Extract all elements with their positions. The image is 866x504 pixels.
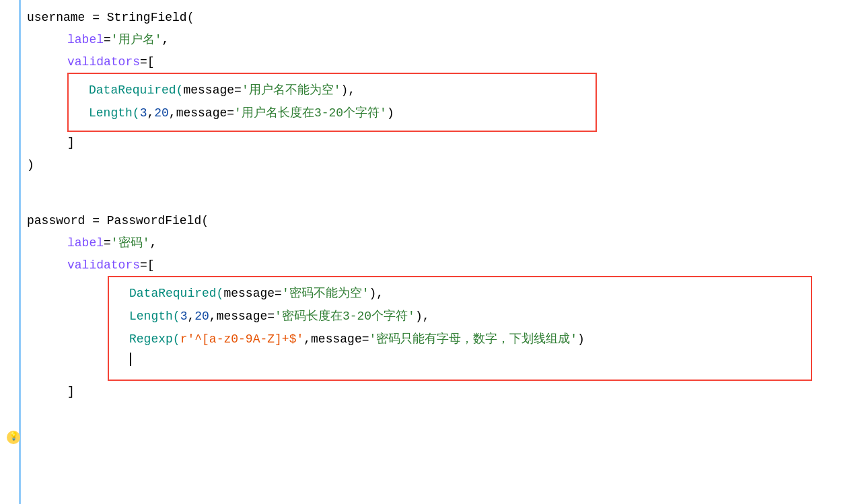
code-text: ]: [67, 133, 75, 153]
code-text: ,: [147, 104, 154, 123]
code-line: password = PasswordField(: [0, 210, 866, 232]
code-text: ),: [369, 284, 384, 303]
code-string: '密码长度在3-20个字符': [275, 307, 415, 326]
code-text: message: [223, 284, 275, 303]
cursor-line: [109, 351, 811, 374]
code-number: 20: [194, 307, 209, 326]
code-string: '密码只能有字母，数字，下划线组成': [369, 330, 577, 349]
func-name: Length(: [89, 104, 140, 123]
code-text: =: [104, 30, 111, 50]
code-text: password = PasswordField(: [27, 211, 209, 231]
code-text: ]: [67, 382, 75, 402]
code-text: username = StringField(: [27, 8, 194, 28]
validators-box-password: DataRequired( message = '密码不能为空' ), Leng…: [108, 276, 812, 381]
code-line: ]: [0, 381, 866, 403]
validator-line: DataRequired( message = '密码不能为空' ),: [109, 283, 811, 305]
code-text: ,: [187, 307, 194, 326]
code-text: ,: [161, 30, 169, 50]
validator-line: Length( 3 , 20 ,message= '密码长度在3-20个字符' …: [109, 305, 811, 328]
code-keyword: validators: [67, 256, 140, 275]
validator-line: Regexp( r'^[a-z0-9A-Z]+$' ,message= '密码只…: [109, 328, 811, 351]
code-editor: username = StringField( label = '用户名' , …: [0, 0, 866, 504]
text-cursor: [130, 353, 131, 366]
code-text: [: [147, 52, 155, 72]
code-text: =: [104, 233, 111, 253]
code-line: label = '密码' ,: [0, 232, 866, 254]
code-text: ),: [415, 307, 430, 326]
code-number: 3: [180, 307, 188, 326]
code-text: =: [234, 81, 242, 100]
func-name: Regexp(: [129, 330, 180, 349]
code-regex: r'^[a-z0-9A-Z]+$': [180, 330, 304, 349]
code-text: ,message=: [303, 330, 369, 349]
code-line: label = '用户名' ,: [0, 29, 866, 51]
code-line: validators = [: [0, 254, 866, 277]
left-border-indicator: [19, 0, 21, 504]
code-line: ): [0, 154, 866, 176]
code-text: ,message=: [169, 104, 234, 123]
code-text: ),: [340, 81, 355, 100]
validator-line: DataRequired( message = '用户名不能为空' ),: [69, 79, 596, 102]
code-text: =: [140, 256, 147, 275]
func-name: Length(: [129, 307, 180, 326]
code-number: 20: [154, 104, 169, 123]
code-text: [: [147, 256, 155, 275]
hint-icon: 💡: [7, 431, 20, 444]
code-keyword: label: [67, 30, 104, 50]
validators-box-username: DataRequired( message = '用户名不能为空' ), Len…: [67, 73, 597, 132]
code-string: '密码不能为空': [282, 284, 369, 303]
code-keyword: validators: [67, 52, 140, 72]
code-string: '用户名': [111, 30, 162, 50]
code-line: username = StringField(: [0, 7, 866, 29]
code-string: '用户名长度在3-20个字符': [234, 104, 387, 123]
func-name: DataRequired(: [129, 284, 223, 303]
code-text: ): [387, 104, 394, 123]
code-text: ): [577, 330, 585, 349]
code-text: =: [140, 52, 147, 72]
code-text: ,message=: [209, 307, 275, 326]
section-gap: [0, 176, 866, 210]
code-string: '用户名不能为空': [242, 81, 341, 100]
code-string: '密码': [111, 233, 150, 253]
func-name: DataRequired(: [89, 81, 183, 100]
code-text: ): [27, 155, 34, 175]
code-text: =: [275, 284, 282, 303]
code-line: validators = [: [0, 51, 866, 73]
code-text: ,: [149, 233, 157, 253]
code-keyword: label: [67, 233, 104, 253]
code-number: 3: [140, 104, 147, 123]
code-text: message: [183, 81, 234, 100]
code-line: ]: [0, 132, 866, 154]
validator-line: Length( 3 , 20 ,message= '用户名长度在3-20个字符'…: [69, 102, 596, 125]
